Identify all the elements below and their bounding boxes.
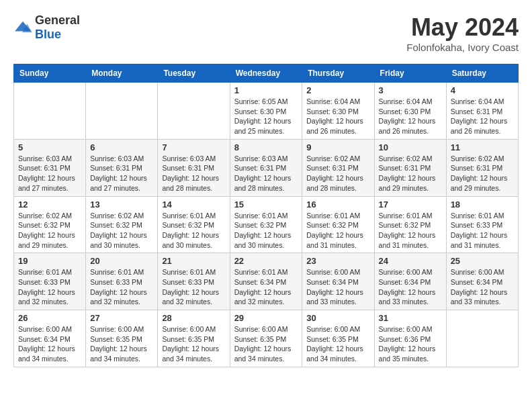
day-number: 11 bbox=[451, 142, 514, 152]
day-number: 5 bbox=[18, 142, 81, 152]
day-number: 16 bbox=[306, 199, 369, 210]
day-info: Sunrise: 6:02 AMSunset: 6:32 PMDaylight:… bbox=[18, 211, 81, 250]
weekday-header-thursday: Thursday bbox=[302, 64, 374, 83]
day-info: Sunrise: 6:03 AMSunset: 6:31 PMDaylight:… bbox=[162, 154, 225, 193]
logo-general: General bbox=[35, 13, 80, 27]
weekday-header-wednesday: Wednesday bbox=[230, 64, 302, 83]
calendar-cell: 23Sunrise: 6:00 AMSunset: 6:34 PMDayligh… bbox=[302, 253, 374, 310]
calendar-table: SundayMondayTuesdayWednesdayThursdayFrid… bbox=[13, 64, 519, 367]
title-block: May 2024 Folonfokaha, Ivory Coast bbox=[406, 13, 519, 53]
calendar-cell: 30Sunrise: 6:00 AMSunset: 6:35 PMDayligh… bbox=[302, 310, 374, 367]
day-number: 26 bbox=[18, 313, 81, 323]
calendar-cell: 9Sunrise: 6:02 AMSunset: 6:31 PMDaylight… bbox=[302, 139, 374, 196]
day-info: Sunrise: 6:00 AMSunset: 6:36 PMDaylight:… bbox=[379, 324, 442, 364]
day-info: Sunrise: 6:03 AMSunset: 6:31 PMDaylight:… bbox=[234, 154, 298, 193]
day-info: Sunrise: 6:00 AMSunset: 6:35 PMDaylight:… bbox=[162, 324, 225, 364]
calendar-cell: 26Sunrise: 6:00 AMSunset: 6:34 PMDayligh… bbox=[14, 310, 86, 367]
calendar-cell bbox=[14, 83, 86, 140]
day-info: Sunrise: 6:01 AMSunset: 6:33 PMDaylight:… bbox=[18, 267, 81, 307]
day-info: Sunrise: 6:00 AMSunset: 6:35 PMDaylight:… bbox=[306, 324, 369, 364]
calendar-cell: 29Sunrise: 6:00 AMSunset: 6:35 PMDayligh… bbox=[230, 310, 302, 367]
week-row-3: 12Sunrise: 6:02 AMSunset: 6:32 PMDayligh… bbox=[14, 196, 519, 253]
day-number: 17 bbox=[379, 199, 442, 210]
week-row-4: 19Sunrise: 6:01 AMSunset: 6:33 PMDayligh… bbox=[14, 253, 519, 310]
day-info: Sunrise: 6:04 AMSunset: 6:30 PMDaylight:… bbox=[379, 97, 442, 136]
day-number: 24 bbox=[379, 256, 442, 266]
day-number: 15 bbox=[234, 199, 298, 210]
weekday-header-friday: Friday bbox=[374, 64, 446, 83]
day-info: Sunrise: 6:01 AMSunset: 6:32 PMDaylight:… bbox=[379, 211, 442, 250]
weekday-header-tuesday: Tuesday bbox=[158, 64, 230, 83]
day-number: 7 bbox=[162, 142, 225, 152]
calendar-cell bbox=[158, 83, 230, 140]
calendar-cell: 10Sunrise: 6:02 AMSunset: 6:31 PMDayligh… bbox=[374, 139, 446, 196]
day-info: Sunrise: 6:05 AMSunset: 6:30 PMDaylight:… bbox=[234, 97, 298, 136]
day-number: 27 bbox=[90, 313, 153, 323]
weekday-header-sunday: Sunday bbox=[14, 64, 86, 83]
calendar-cell: 14Sunrise: 6:01 AMSunset: 6:32 PMDayligh… bbox=[158, 196, 230, 253]
calendar-cell: 18Sunrise: 6:01 AMSunset: 6:33 PMDayligh… bbox=[446, 196, 518, 253]
day-number: 14 bbox=[162, 199, 225, 210]
day-number: 18 bbox=[451, 199, 514, 210]
calendar-cell: 17Sunrise: 6:01 AMSunset: 6:32 PMDayligh… bbox=[374, 196, 446, 253]
calendar-cell: 21Sunrise: 6:01 AMSunset: 6:33 PMDayligh… bbox=[158, 253, 230, 310]
logo-icon bbox=[13, 20, 32, 35]
week-row-2: 5Sunrise: 6:03 AMSunset: 6:31 PMDaylight… bbox=[14, 139, 519, 196]
calendar-cell: 28Sunrise: 6:00 AMSunset: 6:35 PMDayligh… bbox=[158, 310, 230, 367]
day-number: 19 bbox=[18, 256, 81, 266]
day-info: Sunrise: 6:01 AMSunset: 6:33 PMDaylight:… bbox=[451, 211, 514, 250]
day-number: 31 bbox=[379, 313, 442, 323]
day-number: 20 bbox=[90, 256, 153, 266]
day-info: Sunrise: 6:01 AMSunset: 6:33 PMDaylight:… bbox=[162, 267, 225, 307]
day-info: Sunrise: 6:02 AMSunset: 6:31 PMDaylight:… bbox=[306, 154, 369, 193]
calendar-cell: 2Sunrise: 6:04 AMSunset: 6:30 PMDaylight… bbox=[302, 83, 374, 140]
day-number: 25 bbox=[451, 256, 514, 266]
location-subtitle: Folonfokaha, Ivory Coast bbox=[406, 42, 519, 53]
day-number: 8 bbox=[234, 142, 298, 152]
calendar-cell: 15Sunrise: 6:01 AMSunset: 6:32 PMDayligh… bbox=[230, 196, 302, 253]
day-info: Sunrise: 6:03 AMSunset: 6:31 PMDaylight:… bbox=[18, 154, 81, 193]
weekday-header-monday: Monday bbox=[86, 64, 158, 83]
day-number: 23 bbox=[306, 256, 369, 266]
day-info: Sunrise: 6:01 AMSunset: 6:33 PMDaylight:… bbox=[90, 267, 153, 307]
day-info: Sunrise: 6:00 AMSunset: 6:35 PMDaylight:… bbox=[90, 324, 153, 364]
calendar-cell: 16Sunrise: 6:01 AMSunset: 6:32 PMDayligh… bbox=[302, 196, 374, 253]
calendar-cell: 11Sunrise: 6:02 AMSunset: 6:31 PMDayligh… bbox=[446, 139, 518, 196]
weekday-header-row: SundayMondayTuesdayWednesdayThursdayFrid… bbox=[14, 64, 519, 83]
calendar-cell bbox=[86, 83, 158, 140]
page-header: General Blue May 2024 Folonfokaha, Ivory… bbox=[13, 13, 519, 53]
calendar-cell: 31Sunrise: 6:00 AMSunset: 6:36 PMDayligh… bbox=[374, 310, 446, 367]
day-info: Sunrise: 6:00 AMSunset: 6:34 PMDaylight:… bbox=[379, 267, 442, 307]
day-info: Sunrise: 6:01 AMSunset: 6:32 PMDaylight:… bbox=[162, 211, 225, 250]
calendar-cell bbox=[446, 310, 518, 367]
calendar-cell: 3Sunrise: 6:04 AMSunset: 6:30 PMDaylight… bbox=[374, 83, 446, 140]
calendar-cell: 6Sunrise: 6:03 AMSunset: 6:31 PMDaylight… bbox=[86, 139, 158, 196]
day-info: Sunrise: 6:01 AMSunset: 6:32 PMDaylight:… bbox=[306, 211, 369, 250]
day-info: Sunrise: 6:02 AMSunset: 6:31 PMDaylight:… bbox=[451, 154, 514, 193]
day-info: Sunrise: 6:00 AMSunset: 6:34 PMDaylight:… bbox=[18, 324, 81, 364]
day-number: 28 bbox=[162, 313, 225, 323]
day-number: 30 bbox=[306, 313, 369, 323]
day-number: 4 bbox=[451, 85, 514, 95]
calendar-cell: 1Sunrise: 6:05 AMSunset: 6:30 PMDaylight… bbox=[230, 83, 302, 140]
weekday-header-saturday: Saturday bbox=[446, 64, 518, 83]
calendar-cell: 8Sunrise: 6:03 AMSunset: 6:31 PMDaylight… bbox=[230, 139, 302, 196]
day-number: 13 bbox=[90, 199, 153, 210]
calendar-cell: 19Sunrise: 6:01 AMSunset: 6:33 PMDayligh… bbox=[14, 253, 86, 310]
day-info: Sunrise: 6:04 AMSunset: 6:30 PMDaylight:… bbox=[306, 97, 369, 136]
day-info: Sunrise: 6:00 AMSunset: 6:34 PMDaylight:… bbox=[451, 267, 514, 307]
calendar-cell: 27Sunrise: 6:00 AMSunset: 6:35 PMDayligh… bbox=[86, 310, 158, 367]
day-info: Sunrise: 6:03 AMSunset: 6:31 PMDaylight:… bbox=[90, 154, 153, 193]
day-info: Sunrise: 6:00 AMSunset: 6:34 PMDaylight:… bbox=[306, 267, 369, 307]
day-number: 3 bbox=[379, 85, 442, 95]
week-row-5: 26Sunrise: 6:00 AMSunset: 6:34 PMDayligh… bbox=[14, 310, 519, 367]
day-info: Sunrise: 6:04 AMSunset: 6:31 PMDaylight:… bbox=[451, 97, 514, 136]
day-info: Sunrise: 6:02 AMSunset: 6:32 PMDaylight:… bbox=[90, 211, 153, 250]
day-number: 2 bbox=[306, 85, 369, 95]
day-number: 29 bbox=[234, 313, 298, 323]
calendar-cell: 24Sunrise: 6:00 AMSunset: 6:34 PMDayligh… bbox=[374, 253, 446, 310]
calendar-cell: 5Sunrise: 6:03 AMSunset: 6:31 PMDaylight… bbox=[14, 139, 86, 196]
calendar-cell: 25Sunrise: 6:00 AMSunset: 6:34 PMDayligh… bbox=[446, 253, 518, 310]
day-number: 22 bbox=[234, 256, 298, 266]
calendar-cell: 20Sunrise: 6:01 AMSunset: 6:33 PMDayligh… bbox=[86, 253, 158, 310]
